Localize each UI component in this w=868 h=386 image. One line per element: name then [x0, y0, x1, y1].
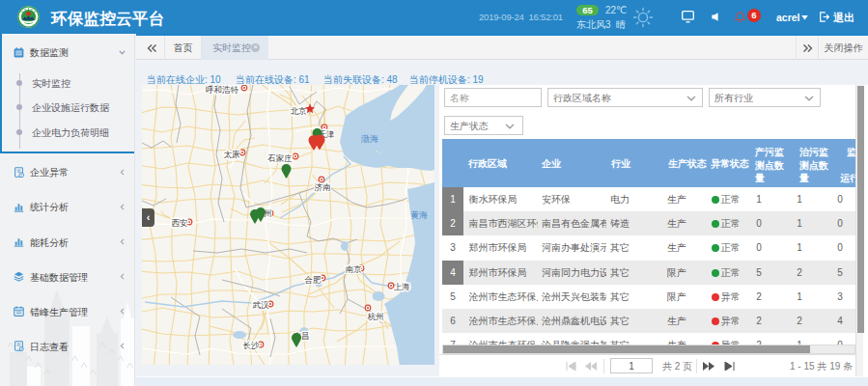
svg-text:北京: 北京	[291, 106, 308, 116]
svg-text:武汉: 武汉	[253, 300, 270, 310]
svg-text:呼和浩特: 呼和浩特	[206, 85, 239, 95]
svg-text:长沙: 长沙	[243, 341, 261, 350]
svg-text:黄海: 黄海	[410, 210, 428, 220]
svg-text:南京: 南京	[346, 264, 363, 274]
svg-text:济南: 济南	[315, 182, 332, 192]
svg-text:上海: 上海	[394, 282, 411, 291]
svg-text:渤海: 渤海	[360, 134, 378, 144]
svg-text:合肥: 合肥	[304, 275, 322, 285]
svg-text:太原: 太原	[224, 150, 241, 159]
svg-text:石家庄: 石家庄	[267, 153, 293, 163]
svg-text:杭州: 杭州	[368, 312, 384, 321]
svg-text:西安: 西安	[172, 218, 189, 228]
